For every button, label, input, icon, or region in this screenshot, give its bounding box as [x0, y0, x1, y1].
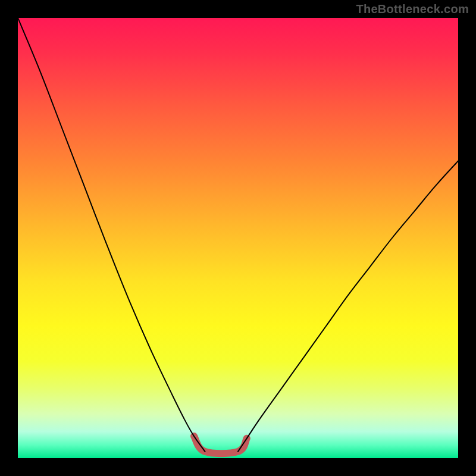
- right-curve: [238, 161, 458, 452]
- plot-area: [18, 18, 458, 458]
- watermark-text: TheBottleneck.com: [356, 2, 469, 16]
- left-curve: [18, 18, 205, 452]
- curves-svg: [18, 18, 458, 458]
- chart-frame: TheBottleneck.com: [0, 0, 476, 476]
